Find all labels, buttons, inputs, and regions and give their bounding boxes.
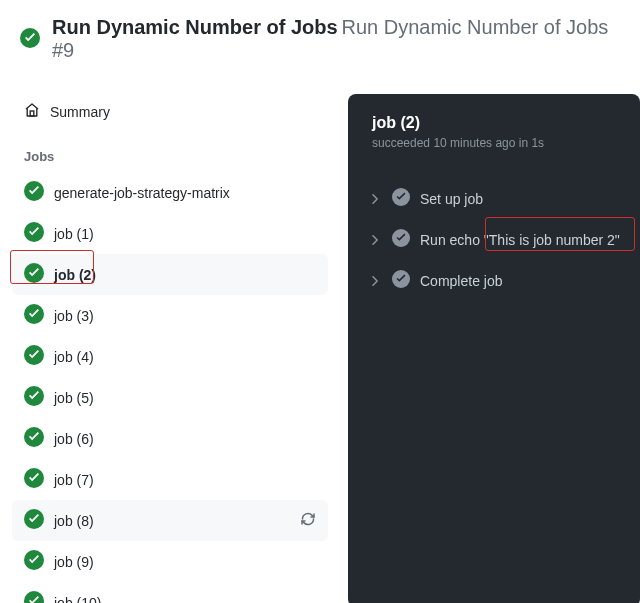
success-check-icon [24,591,44,603]
job-item-label: job (3) [54,308,94,324]
sidebar-job-item[interactable]: job (9) [12,541,328,582]
sidebar: Summary Jobs generate-job-strategy-matri… [12,94,328,603]
sidebar-job-item[interactable]: job (5) [12,377,328,418]
chevron-right-icon [372,194,382,204]
svg-rect-1 [30,111,34,116]
chevron-right-icon [372,235,382,245]
jobs-heading: Jobs [12,129,328,172]
chevron-right-icon [372,276,382,286]
sidebar-job-item[interactable]: job (2) [12,254,328,295]
success-check-icon [24,550,44,573]
job-item-label: job (4) [54,349,94,365]
success-check-icon [24,468,44,491]
step-label: Set up job [420,191,483,207]
sidebar-job-item[interactable]: job (1) [12,213,328,254]
step-label: Complete job [420,273,503,289]
rerun-icon[interactable] [300,511,316,530]
steps-list: Set up jobRun echo "This is job number 2… [372,178,628,301]
success-check-icon [24,263,44,286]
sidebar-job-item[interactable]: job (4) [12,336,328,377]
success-check-icon [24,222,44,245]
success-check-icon [24,427,44,450]
job-item-label: generate-job-strategy-matrix [54,185,230,201]
success-check-icon [392,188,410,209]
job-item-label: job (7) [54,472,94,488]
sidebar-job-item[interactable]: job (7) [12,459,328,500]
job-item-label: job (2) [54,267,96,283]
success-check-icon [24,304,44,327]
jobs-list: generate-job-strategy-matrixjob (1)job (… [12,172,328,603]
main-content: Summary Jobs generate-job-strategy-matri… [0,94,640,603]
success-check-icon [24,181,44,204]
step-row[interactable]: Set up job [372,178,628,219]
job-detail-status: succeeded 10 minutes ago in 1s [372,136,628,150]
home-icon [24,102,40,121]
sidebar-job-item[interactable]: generate-job-strategy-matrix [12,172,328,213]
job-detail-panel: job (2) succeeded 10 minutes ago in 1s S… [348,94,640,603]
step-label: Run echo "This is job number 2" [420,232,620,248]
job-item-label: job (6) [54,431,94,447]
job-item-label: job (10) [54,595,101,604]
job-detail-title: job (2) [372,114,628,132]
workflow-title: Run Dynamic Number of Jobs [52,16,338,38]
job-item-label: job (5) [54,390,94,406]
success-check-icon [392,229,410,250]
sidebar-job-item[interactable]: job (10) [12,582,328,603]
sidebar-job-item[interactable]: job (3) [12,295,328,336]
summary-label: Summary [50,104,110,120]
page-header: Run Dynamic Number of Jobs Run Dynamic N… [0,0,640,70]
success-check-icon [392,270,410,291]
sidebar-job-item[interactable]: job (6) [12,418,328,459]
job-item-label: job (8) [54,513,94,529]
success-check-icon [20,28,40,51]
header-text: Run Dynamic Number of Jobs Run Dynamic N… [52,16,620,62]
success-check-icon [24,509,44,532]
step-row[interactable]: Run echo "This is job number 2" [372,219,628,260]
step-row[interactable]: Complete job [372,260,628,301]
success-check-icon [24,386,44,409]
success-check-icon [24,345,44,368]
job-item-label: job (1) [54,226,94,242]
summary-link[interactable]: Summary [12,94,328,129]
sidebar-job-item[interactable]: job (8) [12,500,328,541]
job-item-label: job (9) [54,554,94,570]
